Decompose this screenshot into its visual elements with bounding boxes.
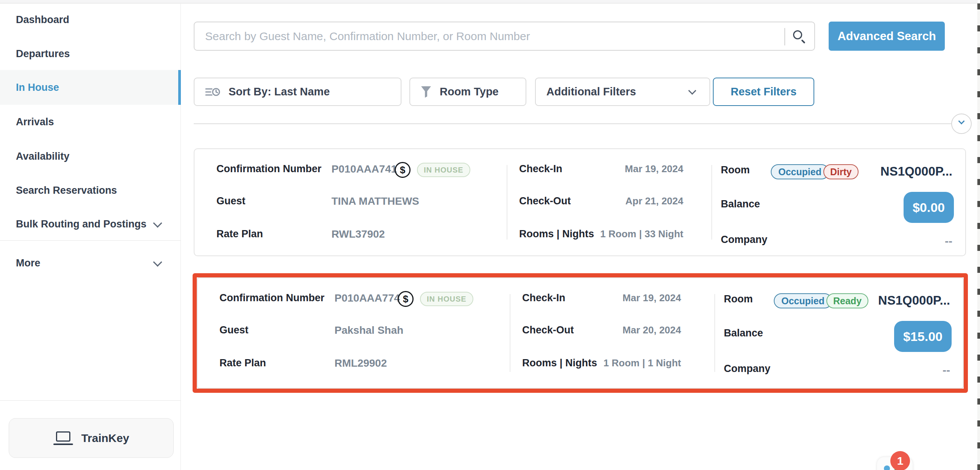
rate-plan-label: Rate Plan (220, 357, 266, 369)
occupancy-badge: Occupied (774, 293, 832, 308)
sidebar-item-label: In House (16, 82, 59, 94)
company-value: -- (945, 235, 952, 247)
advanced-search-button[interactable]: Advanced Search (829, 22, 945, 51)
check-in-label: Check-In (522, 292, 565, 304)
search-bar (194, 22, 815, 51)
room-type-label: Room Type (440, 86, 499, 98)
check-out-label: Check-Out (522, 324, 574, 336)
sidebar-item-dashboard[interactable]: Dashboard (0, 8, 180, 31)
check-out-value: Apr 21, 2024 (625, 195, 683, 207)
additional-filters-label: Additional Filters (546, 86, 636, 98)
balance-label: Balance (721, 198, 760, 210)
dollar-icon[interactable]: $ (395, 162, 410, 178)
card-column-divider (510, 294, 511, 372)
chevron-down-icon (153, 257, 162, 266)
check-out-label: Check-Out (519, 195, 571, 207)
dollar-icon[interactable]: $ (398, 291, 414, 307)
sidebar-item-label: Bulk Routing and Postings (16, 218, 146, 230)
reservation-card[interactable]: Confirmation Number P010AAA741 $ IN HOUS… (194, 148, 966, 256)
sort-by-button[interactable]: Sort By: Last Name (194, 78, 401, 106)
funnel-icon (421, 86, 431, 98)
sidebar-bottom-divider (0, 400, 180, 401)
rate-plan-label: Rate Plan (216, 228, 263, 240)
rooms-nights-value: 1 Room | 1 Night (603, 357, 681, 369)
sidebar-item-label: Availability (16, 151, 70, 163)
sidebar-divider (0, 240, 180, 241)
room-label: Room (724, 293, 753, 305)
sidebar-item-label: Departures (16, 48, 70, 60)
search-input[interactable] (205, 22, 765, 50)
rooms-nights-label: Rooms | Nights (519, 228, 594, 240)
card-column-divider (714, 294, 715, 372)
rooms-nights-label: Rooms | Nights (522, 357, 597, 369)
check-out-value: Mar 20, 2024 (622, 324, 681, 336)
company-label: Company (724, 363, 770, 374)
sidebar-item-label: Search Reservations (16, 185, 117, 196)
confirmation-value: P010AAA741 (331, 163, 397, 175)
laptop-icon (53, 431, 73, 446)
room-number: NS1Q000P... (880, 164, 952, 178)
app-screen: Dashboard Departures In House Arrivals A… (0, 0, 980, 470)
sidebar-item-label: More (16, 257, 40, 269)
sidebar-item-bulk-routing[interactable]: Bulk Routing and Postings (0, 213, 180, 235)
sidebar-item-arrivals[interactable]: Arrivals (0, 110, 180, 133)
balance-button[interactable]: $15.00 (894, 321, 951, 352)
housekeeping-badge: Ready (826, 293, 869, 308)
guest-label: Guest (220, 324, 248, 336)
sort-icon (205, 86, 220, 98)
company-value: -- (943, 364, 950, 376)
rate-plan-value: RWL37902 (331, 228, 385, 240)
results-divider (194, 123, 951, 124)
balance-label: Balance (724, 327, 763, 339)
rate-plan-value: RML29902 (334, 357, 387, 369)
check-in-value: Mar 19, 2024 (622, 292, 681, 304)
room-number: NS1Q000P... (878, 293, 950, 307)
status-badge: IN HOUSE (420, 292, 473, 306)
sidebar: Dashboard Departures In House Arrivals A… (0, 4, 181, 470)
guest-label: Guest (216, 195, 245, 207)
chevron-down-icon (153, 218, 162, 228)
room-type-filter-button[interactable]: Room Type (409, 78, 526, 106)
chevron-down-icon (958, 118, 965, 124)
notification-badge: 1 (890, 451, 910, 470)
rooms-nights-value: 1 Room | 33 Night (600, 228, 683, 240)
sidebar-item-label: Arrivals (16, 116, 54, 128)
reservation-card-selected[interactable]: Confirmation Number P010AAA774 $ IN HOUS… (197, 277, 964, 389)
sidebar-item-departures[interactable]: Departures (0, 42, 180, 65)
sidebar-item-availability[interactable]: Availability (0, 145, 180, 168)
company-label: Company (721, 234, 767, 245)
additional-filters-button[interactable]: Additional Filters (535, 78, 710, 106)
chevron-down-icon (688, 87, 696, 95)
chat-launcher[interactable]: 1 (877, 456, 913, 470)
housekeeping-badge: Dirty (823, 164, 859, 179)
trainkey-label: TrainKey (81, 432, 129, 445)
screen-right-edge (977, 3, 980, 470)
sort-by-label: Sort By: Last Name (229, 86, 330, 98)
highlight-ring: Confirmation Number P010AAA774 $ IN HOUS… (192, 273, 968, 393)
sidebar-item-search-reservations[interactable]: Search Reservations (0, 179, 180, 202)
status-badge: IN HOUSE (417, 163, 470, 177)
browser-edge-strip (0, 0, 978, 3)
sidebar-item-in-house[interactable]: In House (0, 70, 180, 105)
confirmation-value: P010AAA774 (334, 292, 400, 304)
search-separator (784, 28, 785, 45)
reset-filters-button[interactable]: Reset Filters (713, 78, 814, 106)
check-in-label: Check-In (519, 163, 562, 175)
trainkey-button[interactable]: TrainKey (9, 418, 174, 458)
check-in-value: Mar 19, 2024 (625, 163, 683, 175)
balance-button[interactable]: $0.00 (904, 192, 954, 223)
confirmation-label: Confirmation Number (216, 163, 321, 175)
sidebar-item-more[interactable]: More (0, 252, 180, 274)
room-label: Room (721, 164, 750, 176)
card-column-divider (507, 165, 508, 239)
guest-value: TINA MATTHEWS (331, 195, 419, 207)
sidebar-item-label: Dashboard (16, 14, 69, 26)
card-column-divider (711, 165, 712, 239)
search-icon[interactable] (793, 30, 807, 44)
guest-value: Pakshal Shah (334, 324, 403, 336)
occupancy-badge: Occupied (771, 164, 829, 179)
confirmation-label: Confirmation Number (220, 292, 325, 304)
collapse-toggle[interactable] (951, 113, 972, 134)
